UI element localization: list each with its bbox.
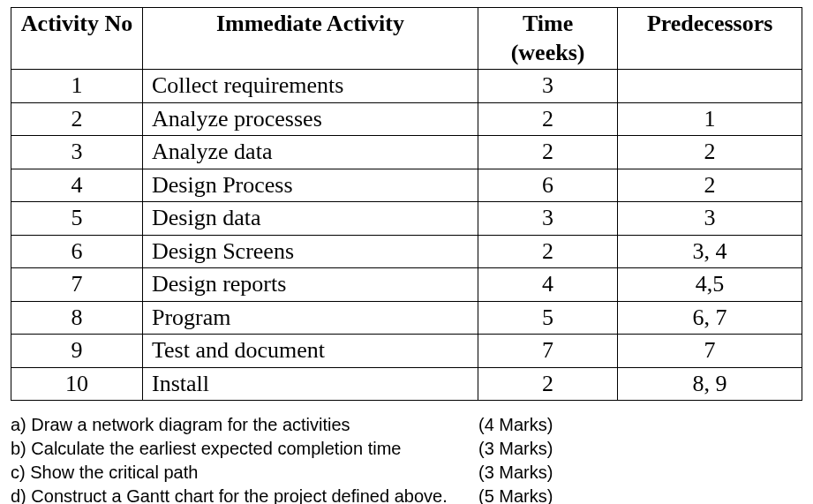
table-row: 3Analyze data22 [11,136,802,169]
question-marks: (5 Marks) [478,485,620,504]
table-row: 5Design data33 [11,202,802,236]
cell-predecessors: 6, 7 [618,301,802,335]
cell-activity: Install [143,367,478,401]
question-row: c) Show the critical path(3 Marks) [11,461,802,485]
cell-activity: Analyze data [143,136,478,169]
cell-activity-no: 9 [11,335,143,368]
table-row: 7Design reports44,5 [11,268,802,302]
cell-time: 7 [478,335,617,368]
cell-predecessors: 3, 4 [618,235,802,268]
cell-predecessors: 3 [618,202,802,236]
cell-activity-no: 4 [11,169,143,202]
header-activity-no: Activity No [11,8,143,70]
cell-activity: Analyze processes [143,102,478,136]
cell-time: 3 [478,202,617,236]
table-row: 9Test and document77 [11,335,802,368]
cell-predecessors: 8, 9 [618,367,802,401]
question-text: b) Calculate the earliest expected compl… [11,437,478,461]
cell-predecessors: 4,5 [618,268,802,302]
cell-activity: Program [143,301,478,335]
cell-predecessors [618,70,802,103]
cell-activity: Design Screens [143,235,478,268]
question-text: c) Show the critical path [11,461,478,485]
cell-time: 2 [478,367,617,401]
table-row: 8Program56, 7 [11,301,802,335]
question-row: b) Calculate the earliest expected compl… [11,437,802,461]
question-text: a) Draw a network diagram for the activi… [11,413,478,437]
cell-predecessors: 2 [618,136,802,169]
cell-activity: Design Process [143,169,478,202]
question-text: d) Construct a Gantt chart for the proje… [11,485,478,504]
question-marks: (4 Marks) [478,413,620,437]
cell-time: 4 [478,268,617,302]
cell-activity-no: 5 [11,202,143,236]
table-row: 1Collect requirements3 [11,70,802,103]
question-row: d) Construct a Gantt chart for the proje… [11,485,802,504]
table-header-row: Activity No Immediate Activity Time (wee… [11,8,802,70]
cell-activity: Design data [143,202,478,236]
question-row: a) Draw a network diagram for the activi… [11,413,802,437]
cell-activity-no: 8 [11,301,143,335]
cell-predecessors: 2 [618,169,802,202]
cell-activity: Test and document [143,335,478,368]
header-immediate-activity: Immediate Activity [143,8,478,70]
cell-time: 2 [478,102,617,136]
cell-activity-no: 7 [11,268,143,302]
cell-time: 2 [478,235,617,268]
question-marks: (3 Marks) [478,461,620,485]
table-row: 4Design Process62 [11,169,802,202]
table-row: 6Design Screens23, 4 [11,235,802,268]
cell-time: 3 [478,70,617,103]
cell-time: 5 [478,301,617,335]
question-marks: (3 Marks) [478,437,620,461]
cell-activity: Design reports [143,268,478,302]
cell-predecessors: 7 [618,335,802,368]
cell-activity-no: 6 [11,235,143,268]
cell-activity-no: 10 [11,367,143,401]
cell-predecessors: 1 [618,102,802,136]
header-predecessors: Predecessors [618,8,802,70]
questions-list: a) Draw a network diagram for the activi… [11,413,802,504]
table-row: 2Analyze processes21 [11,102,802,136]
cell-time: 2 [478,136,617,169]
header-time-weeks: Time (weeks) [478,8,617,70]
activities-table: Activity No Immediate Activity Time (wee… [11,7,802,401]
cell-activity: Collect requirements [143,70,478,103]
cell-activity-no: 2 [11,102,143,136]
table-row: 10Install28, 9 [11,367,802,401]
cell-activity-no: 1 [11,70,143,103]
cell-activity-no: 3 [11,136,143,169]
cell-time: 6 [478,169,617,202]
